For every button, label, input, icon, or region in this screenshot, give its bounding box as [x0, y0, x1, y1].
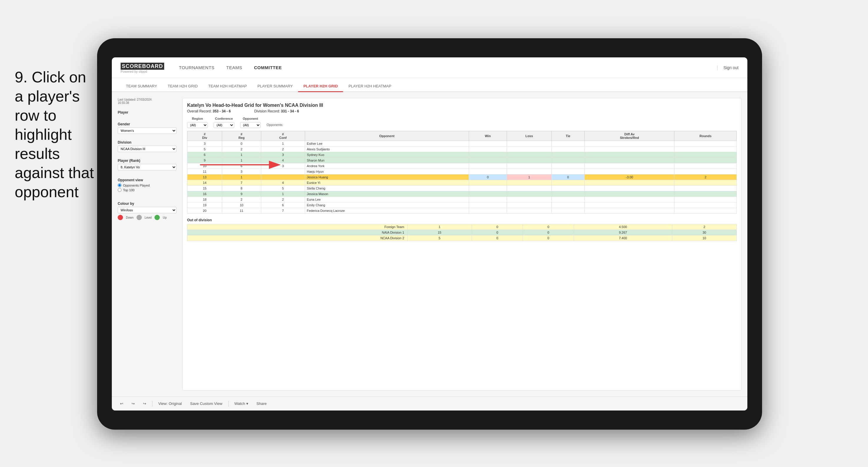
colour-dot-level [136, 215, 142, 220]
undo-button[interactable]: ↩ [118, 401, 126, 407]
ood-table-row[interactable]: NCAA Division 25007.40010 [187, 236, 737, 241]
subnav-team-h2h-grid[interactable]: TEAM H2H GRID [162, 81, 203, 92]
subnav-player-h2h-heatmap[interactable]: PLAYER H2H HEATMAP [343, 81, 396, 92]
ood-table-row[interactable]: NAIA Division 115009.26730 [187, 230, 737, 236]
table-row[interactable]: 1063Andrea York [187, 163, 737, 169]
table-cell: 3 [222, 169, 261, 175]
radio-top100-input[interactable] [118, 188, 122, 192]
subnav-team-h2h-heatmap[interactable]: TEAM H2H HEATMAP [203, 81, 252, 92]
table-cell: Sharon Mun [305, 158, 469, 163]
share-button[interactable]: Share [254, 401, 269, 407]
table-cell: 8 [222, 186, 261, 191]
table-cell [674, 141, 737, 147]
table-cell: 20 [187, 208, 222, 214]
ood-cell: Foreign Team [187, 224, 407, 230]
colour-select[interactable]: Win/loss [118, 207, 177, 213]
table-cell [261, 169, 305, 175]
table-cell: 0 [469, 175, 507, 180]
division-record: Division Record: 331 - 34 - 6 [254, 109, 299, 113]
gender-select[interactable]: Women's [118, 127, 177, 134]
radio-top100[interactable]: Top 100 [118, 188, 177, 192]
table-cell: 1 [222, 152, 261, 158]
nav-tournaments[interactable]: TOURNAMENTS [179, 65, 215, 70]
ood-cell: 30 [672, 230, 737, 236]
table-cell: Jessica Mason [305, 191, 469, 197]
watch-button[interactable]: Watch ▾ [232, 401, 251, 407]
table-cell: 7 [261, 208, 305, 214]
table-cell [469, 147, 507, 152]
table-cell: 16 [187, 191, 222, 197]
table-cell [585, 141, 674, 147]
player-rank-select[interactable]: 8. Katelyn Vo [118, 164, 177, 170]
subnav-team-summary[interactable]: TEAM SUMMARY [121, 81, 162, 92]
table-cell [507, 152, 552, 158]
grid-content: Katelyn Vo Head-to-Head Grid for Women's… [182, 98, 742, 391]
table-cell: Haeju Hyun [305, 169, 469, 175]
nav-committee[interactable]: COMMITTEE [254, 65, 282, 70]
table-cell: 7 [222, 180, 261, 186]
table-cell: Esther Lee [305, 141, 469, 147]
colour-dot-down [118, 215, 123, 220]
filter-conference-title: Conference [214, 117, 234, 120]
table-row[interactable]: 914Sharon Mun [187, 158, 737, 163]
table-cell: Eunice Yi [305, 180, 469, 186]
table-cell [585, 197, 674, 203]
th-rounds: Rounds [674, 131, 737, 141]
view-original-button[interactable]: View: Original [156, 401, 184, 407]
table-cell: 0 [551, 175, 585, 180]
table-row[interactable]: 522Alexis Sudjianto [187, 147, 737, 152]
save-custom-view-button[interactable]: Save Custom View [188, 401, 225, 407]
table-row[interactable]: 1691Jessica Mason [187, 191, 737, 197]
table-cell: Alexis Sudjianto [305, 147, 469, 152]
region-filter-select[interactable]: (All) [187, 122, 208, 128]
table-row[interactable]: 1822Euna Lee [187, 197, 737, 203]
table-cell [674, 152, 737, 158]
table-cell [551, 186, 585, 191]
radio-opponents-played[interactable]: Opponents Played [118, 183, 177, 187]
colour-level-label: Level [145, 216, 152, 219]
nav-teams[interactable]: TEAMS [226, 65, 242, 70]
nav-links: TOURNAMENTS TEAMS COMMITTEE [179, 65, 717, 70]
table-row[interactable]: 113Haeju Hyun [187, 169, 737, 175]
table-cell [469, 203, 507, 208]
table-cell [674, 197, 737, 203]
table-row[interactable]: 20117Federica Domecq Lacroze [187, 208, 737, 214]
table-cell [585, 152, 674, 158]
table-cell: 1 [222, 175, 261, 180]
radio-opponents-played-input[interactable] [118, 183, 122, 187]
sign-out-button[interactable]: Sign out [717, 65, 739, 70]
table-row[interactable]: 1585Stella Cheng [187, 186, 737, 191]
redo-button[interactable]: ↪ [129, 401, 137, 407]
table-cell [551, 191, 585, 197]
table-cell [507, 169, 552, 175]
table-cell [507, 147, 552, 152]
table-row[interactable]: 613Sydney Kuo [187, 152, 737, 158]
last-updated: Last Updated: 27/03/2024 16:55:38 [118, 98, 177, 104]
table-row[interactable]: 19106Emily Chang [187, 203, 737, 208]
table-cell: 13 [187, 175, 222, 180]
ood-table-row[interactable]: Foreign Team1004.5002 [187, 224, 737, 230]
table-cell [674, 147, 737, 152]
table-cell: 6 [261, 203, 305, 208]
colour-dots: Down Level Up [118, 215, 177, 220]
conference-filter-select[interactable]: (All) [214, 122, 234, 128]
table-cell: 2 [222, 147, 261, 152]
sidebar-gender-label: Gender [118, 122, 177, 126]
opponent-filter-select[interactable]: (All) [240, 122, 261, 128]
table-cell [585, 208, 674, 214]
table-cell [469, 169, 507, 175]
table-cell [469, 208, 507, 214]
table-cell [469, 180, 507, 186]
table-cell [585, 191, 674, 197]
sidebar-player-label: Player [118, 111, 177, 115]
table-row[interactable]: 1474Eunice Yi [187, 180, 737, 186]
redo2-button[interactable]: ↪ [141, 401, 149, 407]
opponent-view-label: Opponent view [118, 178, 177, 182]
subnav-player-h2h-grid[interactable]: PLAYER H2H GRID [298, 81, 343, 92]
table-cell [551, 169, 585, 175]
subnav-player-summary[interactable]: PLAYER SUMMARY [252, 81, 298, 92]
table-row[interactable]: 301Esther Lee [187, 141, 737, 147]
ood-cell: 5 [407, 236, 472, 241]
division-select[interactable]: NCAA Division III [118, 146, 177, 152]
table-row[interactable]: 131Jessica Huang010-3.002 [187, 175, 737, 180]
